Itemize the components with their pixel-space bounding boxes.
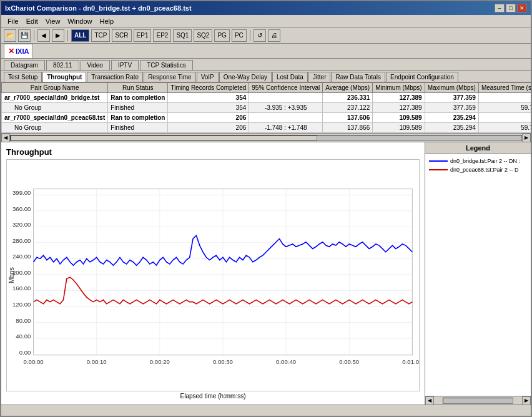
logo: ✕ IXIA bbox=[4, 44, 33, 59]
back-icon[interactable]: ◀ bbox=[37, 29, 50, 42]
cell-group-status: Finished bbox=[108, 103, 168, 113]
table-row: ar_r7000_special\dn0_bridge.tst Ran to c… bbox=[2, 93, 531, 103]
save-icon[interactable]: 💾 bbox=[18, 29, 31, 42]
tab-endpoint-config[interactable]: Endpoint Configuration bbox=[386, 72, 458, 82]
filter-ep1[interactable]: EP1 bbox=[134, 29, 152, 42]
cell-avg3: 137.606 bbox=[323, 113, 373, 123]
tab-video[interactable]: Video bbox=[81, 60, 110, 70]
menu-edit[interactable]: Edit bbox=[22, 16, 42, 26]
scroll-right-arrow[interactable]: ▶ bbox=[522, 134, 531, 142]
filter-pg[interactable]: PG bbox=[214, 29, 229, 42]
refresh-icon[interactable]: ↺ bbox=[254, 29, 266, 42]
cell-confidence2: -3.935 : +3.935 bbox=[249, 103, 323, 113]
close-button[interactable]: ✕ bbox=[517, 4, 527, 12]
menu-file[interactable]: File bbox=[4, 16, 22, 26]
maximize-button[interactable]: □ bbox=[506, 4, 516, 12]
tab-datagram[interactable]: Datagram bbox=[4, 60, 45, 70]
filter-tcp[interactable]: TCP bbox=[91, 29, 110, 42]
legend-scrollbar[interactable]: ◀ ▶ bbox=[425, 396, 531, 405]
cell-test-name2: ar_r7000_special\dn0_pceac68.tst bbox=[2, 113, 108, 123]
col-maximum: Maximum (Mbps) bbox=[425, 83, 478, 93]
cell-confidence4: -1.748 : +1.748 bbox=[249, 123, 323, 133]
separator3 bbox=[250, 30, 250, 41]
data-table-wrapper: Pair Group Name Run Status Timing Record… bbox=[1, 82, 531, 134]
svg-text:0:00:10: 0:00:10 bbox=[87, 358, 107, 365]
tab-response-time[interactable]: Response Time bbox=[144, 72, 195, 82]
print-icon[interactable]: 🖨 bbox=[268, 29, 280, 42]
cell-mtime bbox=[478, 93, 531, 103]
chart-container: 399.00 360.00 320.00 280.00 240.00 200.0… bbox=[6, 159, 420, 391]
scroll-track[interactable] bbox=[10, 135, 522, 141]
cell-group-name2: No Group bbox=[2, 123, 108, 133]
chart-main: Throughput 399.00 360.00 320.00 280.00 2… bbox=[1, 142, 425, 405]
legend-scroll-track[interactable] bbox=[443, 398, 513, 404]
window-controls: – □ ✕ bbox=[495, 4, 527, 12]
cell-mtime2: 59.716 bbox=[478, 103, 531, 113]
status-bar bbox=[1, 405, 531, 416]
tab-bar-row1: Datagram 802.11 Video IPTV TCP Statistic… bbox=[1, 59, 531, 71]
table-hscrollbar[interactable]: ◀ ▶ bbox=[1, 134, 531, 142]
menu-help[interactable]: Help bbox=[96, 16, 117, 26]
svg-text:0.00: 0.00 bbox=[19, 349, 31, 356]
svg-text:0:00:30: 0:00:30 bbox=[213, 358, 233, 365]
cell-max4: 235.294 bbox=[425, 123, 478, 133]
legend-label-blue: dn0_bridge.tst:Pair 2 -- DN : bbox=[450, 158, 520, 164]
cell-max3: 235.294 bbox=[425, 113, 478, 123]
tab-voip[interactable]: VoIP bbox=[197, 72, 219, 82]
filter-all[interactable]: ALL bbox=[71, 29, 89, 42]
separator1 bbox=[34, 30, 34, 41]
open-icon[interactable]: 📂 bbox=[4, 29, 16, 42]
menu-view[interactable]: View bbox=[42, 16, 64, 26]
cell-max2: 377.359 bbox=[425, 103, 478, 113]
legend-line-blue bbox=[429, 160, 448, 162]
minimize-button[interactable]: – bbox=[495, 4, 505, 12]
legend-scroll-right[interactable]: ▶ bbox=[522, 396, 531, 405]
legend-scroll-left[interactable]: ◀ bbox=[425, 396, 434, 405]
filter-scr[interactable]: SCR bbox=[112, 29, 131, 42]
tab-one-way-delay[interactable]: One-Way Delay bbox=[219, 72, 272, 82]
tab-test-setup[interactable]: Test Setup bbox=[4, 72, 42, 82]
tab-80211[interactable]: 802.11 bbox=[46, 60, 79, 70]
svg-text:160.00: 160.00 bbox=[12, 285, 31, 292]
logo-ixia: IXIA bbox=[16, 47, 29, 55]
svg-text:0:00:20: 0:00:20 bbox=[150, 358, 170, 365]
cell-max: 377.359 bbox=[425, 93, 478, 103]
tab-lost-data[interactable]: Lost Data bbox=[272, 72, 308, 82]
tab-tcp-stats[interactable]: TCP Statistics bbox=[140, 60, 193, 70]
cell-mtime4: 59.768 bbox=[478, 123, 531, 133]
menu-window[interactable]: Window bbox=[64, 16, 96, 26]
col-minimum: Minimum (Mbps) bbox=[373, 83, 425, 93]
svg-text:0:00:00: 0:00:00 bbox=[24, 358, 44, 365]
tab-iptv[interactable]: IPTV bbox=[111, 60, 139, 70]
cell-timing3: 206 bbox=[168, 113, 249, 123]
tab-transaction-rate[interactable]: Transaction Rate bbox=[87, 72, 143, 82]
filter-sq1[interactable]: SQ1 bbox=[173, 29, 192, 42]
scroll-left-arrow[interactable]: ◀ bbox=[1, 134, 10, 142]
table-row: No Group Finished 206 -1.748 : +1.748 13… bbox=[2, 123, 531, 133]
cell-min2: 127.389 bbox=[373, 103, 425, 113]
filter-sq2[interactable]: SQ2 bbox=[194, 29, 212, 42]
svg-text:0:01:00: 0:01:00 bbox=[402, 358, 419, 365]
cell-timing4: 206 bbox=[168, 123, 249, 133]
col-confidence: 95% Confidence Interval bbox=[249, 83, 323, 93]
col-run-status: Run Status bbox=[108, 83, 168, 93]
tab-throughput[interactable]: Throughput bbox=[42, 72, 86, 82]
svg-text:40.00: 40.00 bbox=[16, 333, 31, 340]
tab-raw-data[interactable]: Raw Data Totals bbox=[331, 72, 385, 82]
logo-x: ✕ bbox=[8, 47, 14, 56]
tab-jitter[interactable]: Jitter bbox=[308, 72, 331, 82]
col-average: Average (Mbps) bbox=[323, 83, 373, 93]
filter-ep2[interactable]: EP2 bbox=[153, 29, 171, 42]
cell-avg4: 137.866 bbox=[323, 123, 373, 133]
filter-pc[interactable]: PC bbox=[232, 29, 247, 42]
legend-line-red bbox=[429, 169, 448, 170]
results-table: Pair Group Name Run Status Timing Record… bbox=[1, 82, 531, 133]
legend-title: Legend bbox=[425, 142, 531, 154]
tab-bar-row2: Test Setup Throughput Transaction Rate R… bbox=[1, 71, 531, 82]
svg-text:320.00: 320.00 bbox=[12, 221, 31, 228]
scroll-thumb[interactable] bbox=[11, 135, 317, 140]
col-pair-group: Pair Group Name bbox=[2, 83, 108, 93]
forward-icon[interactable]: ▶ bbox=[52, 29, 64, 42]
col-timing: Timing Records Completed bbox=[168, 83, 249, 93]
svg-text:120.00: 120.00 bbox=[12, 301, 31, 308]
